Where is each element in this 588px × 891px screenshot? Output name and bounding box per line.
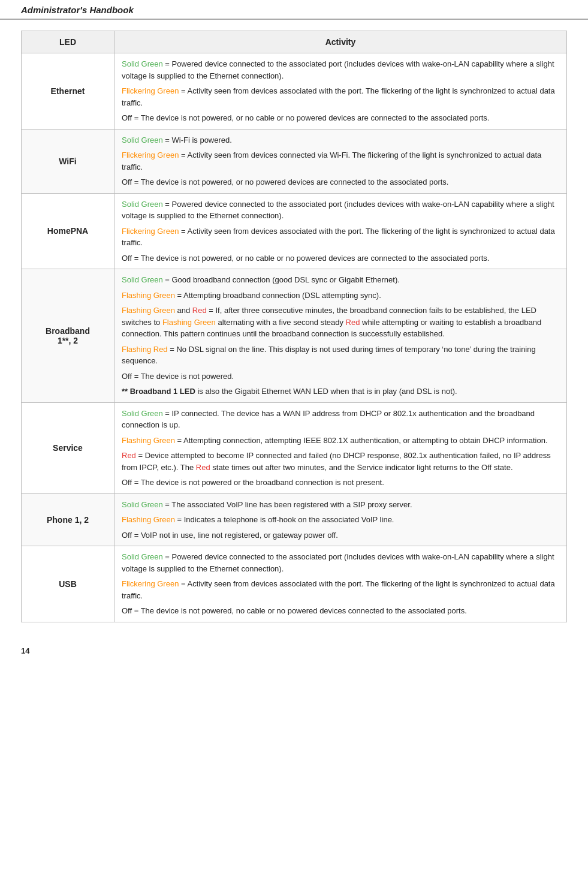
col-led-header: LED xyxy=(22,31,114,53)
table-row: EthernetSolid Green = Powered device con… xyxy=(22,53,567,130)
activity-cell: Solid Green = IP connected. The device h… xyxy=(114,402,567,493)
led-cell: Ethernet xyxy=(22,53,114,130)
table-row: ServiceSolid Green = IP connected. The d… xyxy=(22,402,567,493)
activity-cell: Solid Green = Powered device connected t… xyxy=(114,546,567,622)
page-footer: 14 xyxy=(0,640,588,661)
led-cell: Broadband1**, 2 xyxy=(22,269,114,403)
led-cell: HomePNA xyxy=(22,193,114,269)
table-row: Broadband1**, 2Solid Green = Good broadb… xyxy=(22,269,567,403)
led-table: LED Activity EthernetSolid Green = Power… xyxy=(21,31,567,622)
table-row: Phone 1, 2Solid Green = The associated V… xyxy=(22,493,567,546)
activity-cell: Solid Green = Powered device connected t… xyxy=(114,193,567,269)
page-header: Administrator's Handbook xyxy=(0,0,588,20)
activity-cell: Solid Green = Wi-Fi is powered.Flickerin… xyxy=(114,129,567,193)
page-content: LED Activity EthernetSolid Green = Power… xyxy=(0,20,588,640)
activity-cell: Solid Green = The associated VoIP line h… xyxy=(114,493,567,546)
led-cell: WiFi xyxy=(22,129,114,193)
led-cell: Phone 1, 2 xyxy=(22,493,114,546)
led-cell: Service xyxy=(22,402,114,493)
table-row: WiFiSolid Green = Wi-Fi is powered.Flick… xyxy=(22,129,567,193)
page-header-title: Administrator's Handbook xyxy=(21,5,134,15)
table-header-row: LED Activity xyxy=(22,31,567,53)
led-cell: USB xyxy=(22,546,114,622)
activity-cell: Solid Green = Good broadband connection … xyxy=(114,269,567,403)
table-row: USBSolid Green = Powered device connecte… xyxy=(22,546,567,622)
page-number: 14 xyxy=(21,646,29,655)
activity-cell: Solid Green = Powered device connected t… xyxy=(114,53,567,130)
col-activity-header: Activity xyxy=(114,31,567,53)
table-row: HomePNASolid Green = Powered device conn… xyxy=(22,193,567,269)
